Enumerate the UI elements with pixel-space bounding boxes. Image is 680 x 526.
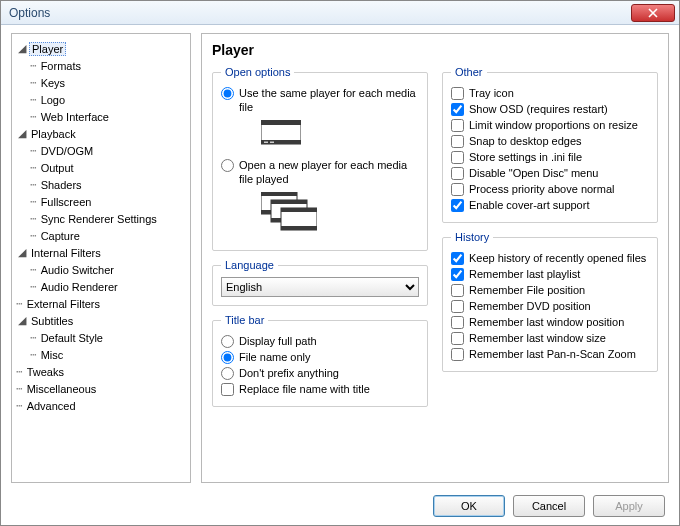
collapse-icon[interactable]: ◢ — [16, 315, 27, 326]
tree-label: Playback — [29, 128, 78, 140]
titlebar-group: Title bar Display full path File name on… — [212, 314, 428, 407]
tree-label: Misc — [39, 349, 66, 361]
radio-same-player[interactable] — [221, 87, 234, 100]
settings-panel: Player Open options Use the same player … — [201, 33, 669, 483]
tree-node-capture[interactable]: ⋯Capture — [30, 227, 186, 244]
ok-button[interactable]: OK — [433, 495, 505, 517]
tree-node-misc[interactable]: ⋯Misc — [30, 346, 186, 363]
check-remember-panscan[interactable] — [451, 348, 464, 361]
tree-node-dvdogm[interactable]: ⋯DVD/OGM — [30, 142, 186, 159]
check-label: Remember last window position — [469, 315, 624, 329]
check-label: Remember last playlist — [469, 267, 580, 281]
check-remember-dvdpos[interactable] — [451, 300, 464, 313]
history-group: History Keep history of recently opened … — [442, 231, 658, 372]
check-label: Tray icon — [469, 86, 514, 100]
group-legend: Language — [221, 259, 278, 271]
titlebar: Options — [1, 1, 679, 25]
tree-label: Sync Renderer Settings — [39, 213, 159, 225]
apply-button[interactable]: Apply — [593, 495, 665, 517]
button-label: Apply — [615, 500, 643, 512]
check-remember-winpos[interactable] — [451, 316, 464, 329]
tree-node-shaders[interactable]: ⋯Shaders — [30, 176, 186, 193]
radio-label: Display full path — [239, 334, 317, 348]
check-label: Remember last Pan-n-Scan Zoom — [469, 347, 636, 361]
tree-label: Player — [29, 42, 66, 56]
check-label: Store settings in .ini file — [469, 150, 582, 164]
check-limit-proportions[interactable] — [451, 119, 464, 132]
collapse-icon[interactable]: ◢ — [16, 247, 27, 258]
radio-label: Don't prefix anything — [239, 366, 339, 380]
dialog-footer: OK Cancel Apply — [1, 487, 679, 525]
tree-label: External Filters — [25, 298, 102, 310]
tree-label: Logo — [39, 94, 67, 106]
button-label: OK — [461, 500, 477, 512]
collapse-icon[interactable]: ◢ — [16, 128, 27, 139]
tree-node-audio-renderer[interactable]: ⋯Audio Renderer — [30, 278, 186, 295]
group-legend: Open options — [221, 66, 294, 78]
svg-rect-3 — [264, 142, 268, 144]
tree-node-playback[interactable]: ◢ Playback — [16, 125, 186, 142]
check-store-ini[interactable] — [451, 151, 464, 164]
language-select[interactable]: English — [221, 277, 419, 297]
tree-node-advanced[interactable]: ⋯Advanced — [16, 397, 186, 414]
tree-label: Formats — [39, 60, 83, 72]
tree-node-formats[interactable]: ⋯Formats — [30, 57, 186, 74]
radio-file-name-only[interactable] — [221, 351, 234, 364]
tree-node-external-filters[interactable]: ⋯External Filters — [16, 295, 186, 312]
check-label: Remember DVD position — [469, 299, 591, 313]
tree-label: Shaders — [39, 179, 84, 191]
cancel-button[interactable]: Cancel — [513, 495, 585, 517]
tree-node-audio-switcher[interactable]: ⋯Audio Switcher — [30, 261, 186, 278]
svg-rect-4 — [270, 142, 274, 144]
multi-player-icon — [261, 192, 419, 234]
radio-label: File name only — [239, 350, 311, 364]
check-show-osd[interactable] — [451, 103, 464, 116]
check-coverart[interactable] — [451, 199, 464, 212]
tree-label: Fullscreen — [39, 196, 94, 208]
radio-label: Open a new player for each media file pl… — [239, 158, 419, 186]
tree-node-keys[interactable]: ⋯Keys — [30, 74, 186, 91]
check-keep-history[interactable] — [451, 252, 464, 265]
tree-label: Miscellaneous — [25, 383, 99, 395]
svg-rect-6 — [261, 192, 297, 196]
tree-node-fullscreen[interactable]: ⋯Fullscreen — [30, 193, 186, 210]
tree-node-subtitles[interactable]: ◢ Subtitles — [16, 312, 186, 329]
tree-node-logo[interactable]: ⋯Logo — [30, 91, 186, 108]
collapse-icon[interactable]: ◢ — [16, 43, 27, 54]
tree-node-sync-renderer[interactable]: ⋯Sync Renderer Settings — [30, 210, 186, 227]
check-disable-opendisc[interactable] — [451, 167, 464, 180]
tree-node-internal-filters[interactable]: ◢ Internal Filters — [16, 244, 186, 261]
open-options-group: Open options Use the same player for eac… — [212, 66, 428, 251]
tree-label: Tweaks — [25, 366, 66, 378]
tree-node-default-style[interactable]: ⋯Default Style — [30, 329, 186, 346]
check-label: Process priority above normal — [469, 182, 615, 196]
tree-node-tweaks[interactable]: ⋯Tweaks — [16, 363, 186, 380]
check-label: Keep history of recently opened files — [469, 251, 646, 265]
check-remember-winsize[interactable] — [451, 332, 464, 345]
tree-label: Subtitles — [29, 315, 75, 327]
tree-label: DVD/OGM — [39, 145, 96, 157]
check-snap-edges[interactable] — [451, 135, 464, 148]
radio-new-player[interactable] — [221, 159, 234, 172]
check-tray-icon[interactable] — [451, 87, 464, 100]
category-tree[interactable]: ◢ Player ⋯Formats ⋯Keys ⋯Logo ⋯Web Inter… — [11, 33, 191, 483]
check-label: Snap to desktop edges — [469, 134, 582, 148]
check-replace-title[interactable] — [221, 383, 234, 396]
button-label: Cancel — [532, 500, 566, 512]
close-button[interactable] — [631, 4, 675, 22]
check-label: Limit window proportions on resize — [469, 118, 638, 132]
tree-node-output[interactable]: ⋯Output — [30, 159, 186, 176]
window-title: Options — [9, 6, 631, 20]
radio-no-prefix[interactable] — [221, 367, 234, 380]
check-remember-filepos[interactable] — [451, 284, 464, 297]
other-group: Other Tray icon Show OSD (requires resta… — [442, 66, 658, 223]
panel-heading: Player — [212, 42, 658, 58]
check-label: Remember File position — [469, 283, 585, 297]
tree-node-player[interactable]: ◢ Player — [16, 40, 186, 57]
group-legend: Title bar — [221, 314, 268, 326]
tree-node-web-interface[interactable]: ⋯Web Interface — [30, 108, 186, 125]
check-process-priority[interactable] — [451, 183, 464, 196]
check-remember-playlist[interactable] — [451, 268, 464, 281]
radio-full-path[interactable] — [221, 335, 234, 348]
tree-node-miscellaneous[interactable]: ⋯Miscellaneous — [16, 380, 186, 397]
